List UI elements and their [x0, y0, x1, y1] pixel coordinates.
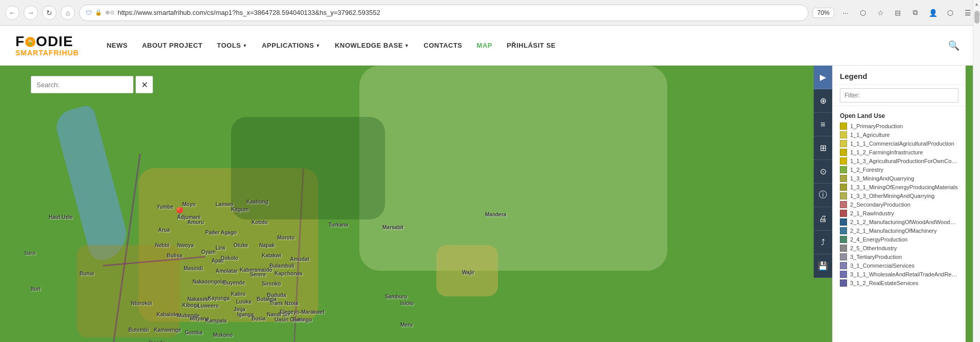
legend-item-commercial-svc[interactable]: 3_1_CommercialServices — [840, 262, 958, 269]
legend-color-forestry — [840, 166, 847, 173]
applications-arrow: ▼ — [316, 43, 320, 48]
panel-db-button[interactable]: ⊙ — [814, 160, 832, 184]
shield-icon: 🛡 — [86, 9, 92, 16]
legend-items: 1_PrimaryProduction1_1_Agriculture1_1_1_… — [840, 123, 958, 287]
extensions-button[interactable]: ⬡ — [943, 6, 957, 20]
legend-label-forestry: 1_2_Forestry — [850, 167, 883, 173]
url-bar[interactable]: 🛡 🔒 ⊕⊙ https://www.smartafrihub.com/cs/m… — [79, 5, 809, 21]
nav-applications[interactable]: APPLICATIONS ▼ — [255, 26, 328, 66]
panel-toggle-bar: ▶ ⊕ ≡ ⊞ ⊙ ⓘ 🖨 ⤴ 💾 — [814, 66, 832, 278]
tab-manager-button[interactable]: ⧉ — [908, 6, 923, 20]
header-search-icon[interactable]: 🔍 — [943, 40, 965, 51]
map-region-yellow-3 — [436, 245, 498, 296]
legend-color-real-estate — [840, 279, 847, 287]
panel-info-button[interactable]: ⓘ — [814, 184, 832, 207]
panel-save-button[interactable]: 💾 — [814, 254, 832, 278]
legend-label-real-estate: 3_1_2_RealEstateServices — [850, 280, 918, 286]
tools-arrow: ▼ — [243, 43, 247, 48]
scrollbar-thumb[interactable] — [974, 11, 979, 24]
legend-item-wholesale[interactable]: 3_1_1_WholesaleAndRetailTradeAndRepairOf… — [840, 271, 958, 278]
legend-label-farming-infra: 1_1_2_FarmingInfrastructure — [850, 149, 923, 155]
logo[interactable]: F🍃ODIE SMARTAFRIHUB — [15, 34, 79, 57]
legend-label-secondary: 2_SecondaryProduction — [850, 202, 910, 208]
home-button[interactable]: ⌂ — [61, 6, 75, 20]
legend-item-wood[interactable]: 2_1_2_ManufacturingOfWoodAndWoodBasedPro… — [840, 218, 958, 226]
panel-share-button[interactable]: ⤴ — [814, 231, 832, 254]
legend-color-agriculture — [840, 131, 847, 138]
legend-item-real-estate[interactable]: 3_1_2_RealEstateServices — [840, 279, 958, 287]
back-button[interactable]: ← — [5, 6, 20, 20]
legend-color-other-industry — [840, 245, 847, 252]
map-search-input[interactable] — [31, 76, 133, 93]
zoom-badge: 70% — [813, 8, 834, 18]
legend-item-mining[interactable]: 1_3_MiningAndQuarrying — [840, 175, 958, 182]
legend-color-mining — [840, 175, 847, 182]
map-area[interactable]: 📍 Haut-UeleIsiroIturiBuniaYumbeMoyoAdjum… — [0, 66, 973, 342]
reload-button[interactable]: ↻ — [42, 6, 56, 20]
legend-item-raw-industry[interactable]: 2_1_RawIndustry — [840, 210, 958, 217]
legend-label-other-mining: 1_3_3_OtherMiningAndQuarrying — [850, 193, 935, 199]
panel-layers-button[interactable]: ⊕ — [814, 89, 832, 113]
legend-item-mining-energy[interactable]: 1_3_1_MiningOfEnergyProducingMaterials — [840, 184, 958, 191]
nav-knowledge[interactable]: KNOWLEDGE BASE ▼ — [328, 26, 416, 66]
browser-scrollbar[interactable]: ▲ — [973, 0, 980, 342]
history-button[interactable]: ⊟ — [891, 6, 905, 20]
legend-label-machinery: 2_2_1_ManufacturingOfMachinery — [850, 228, 937, 234]
legend-label-primary: 1_PrimaryProduction — [850, 123, 903, 129]
account-button[interactable]: 👤 — [926, 6, 940, 20]
knowledge-arrow: ▼ — [405, 43, 409, 48]
legend-item-forestry[interactable]: 1_2_Forestry — [840, 166, 958, 173]
logo-smart: SMARTAFRIHUB — [15, 49, 79, 57]
map-region-dark-1 — [231, 117, 385, 219]
url-text: https://www.smartafrihub.com/cs/map1?hs_… — [118, 9, 802, 16]
legend-label-wood: 2_1_2_ManufacturingOfWoodAndWoodBasedPro… — [850, 219, 958, 225]
panel-toggle-button[interactable]: ▶ — [814, 66, 832, 89]
legend-header: Legend — [833, 66, 966, 85]
legend-item-tertiary[interactable]: 3_TertiaryProduction — [840, 253, 958, 260]
legend-color-commercial-agri — [840, 140, 847, 147]
legend-item-secondary[interactable]: 2_SecondaryProduction — [840, 201, 958, 208]
nav-about[interactable]: ABOUT PROJECT — [135, 26, 210, 66]
legend-item-primary[interactable]: 1_PrimaryProduction — [840, 123, 958, 130]
legend-color-mining-energy — [840, 184, 847, 191]
scrollbar-up-arrow[interactable]: ▲ — [974, 0, 979, 8]
legend-filter — [833, 85, 966, 106]
legend-label-commercial-svc: 3_1_CommercialServices — [850, 263, 914, 269]
legend-item-machinery[interactable]: 2_2_1_ManufacturingOfMachinery — [840, 227, 958, 234]
legend-label-tertiary: 3_TertiaryProduction — [850, 254, 902, 260]
legend-label-agri-own: 1_1_3_AgriculturalProductionForOwnConsum… — [850, 158, 958, 164]
legend-color-wood — [840, 218, 847, 226]
legend-label-other-industry: 2_5_OtherIndustry — [850, 245, 897, 251]
nav-news[interactable]: NEWS — [100, 26, 135, 66]
legend-item-energy[interactable]: 2_4_EnergyProduction — [840, 236, 958, 243]
legend-color-agri-own — [840, 157, 847, 165]
more-button[interactable]: ··· — [838, 6, 853, 20]
nav-login[interactable]: PŘIHLÁSIT SE — [499, 26, 563, 66]
panel-map-button[interactable]: ⊞ — [814, 136, 832, 160]
legend-filter-input[interactable] — [840, 88, 958, 103]
legend-content: Open Land Use 1_PrimaryProduction1_1_Agr… — [833, 106, 966, 342]
map-marker: 📍 — [172, 207, 182, 217]
forward-button[interactable]: → — [24, 6, 38, 20]
panel-list-button[interactable]: ≡ — [814, 113, 832, 136]
legend-label-commercial-agri: 1_1_1_CommercialAgriculturalProduction — [850, 140, 954, 147]
legend-item-agriculture[interactable]: 1_1_Agriculture — [840, 131, 958, 138]
legend-item-commercial-agri[interactable]: 1_1_1_CommercialAgriculturalProduction — [840, 140, 958, 147]
panel-print-button[interactable]: 🖨 — [814, 207, 832, 231]
star-button[interactable]: ☆ — [873, 6, 888, 20]
nav-tools[interactable]: TOOLS ▼ — [209, 26, 254, 66]
legend-color-wholesale — [840, 271, 847, 278]
legend-item-other-industry[interactable]: 2_5_OtherIndustry — [840, 245, 958, 252]
legend-item-farming-infra[interactable]: 1_1_2_FarmingInfrastructure — [840, 149, 958, 156]
legend-label-raw-industry: 2_1_RawIndustry — [850, 210, 894, 216]
legend-panel: Legend Open Land Use 1_PrimaryProduction… — [832, 66, 966, 342]
legend-item-agri-own[interactable]: 1_1_3_AgriculturalProductionForOwnConsum… — [840, 157, 958, 165]
legend-item-other-mining[interactable]: 1_3_3_OtherMiningAndQuarrying — [840, 192, 958, 199]
legend-color-energy — [840, 236, 847, 243]
main-nav: NEWS ABOUT PROJECT TOOLS ▼ APPLICATIONS … — [100, 26, 563, 66]
map-search-close-button[interactable]: ✕ — [136, 76, 153, 93]
pocket-button[interactable]: ⬡ — [856, 6, 870, 20]
nav-contacts[interactable]: CONTACTS — [416, 26, 469, 66]
nav-map[interactable]: MAP — [470, 26, 499, 66]
legend-color-raw-industry — [840, 210, 847, 217]
